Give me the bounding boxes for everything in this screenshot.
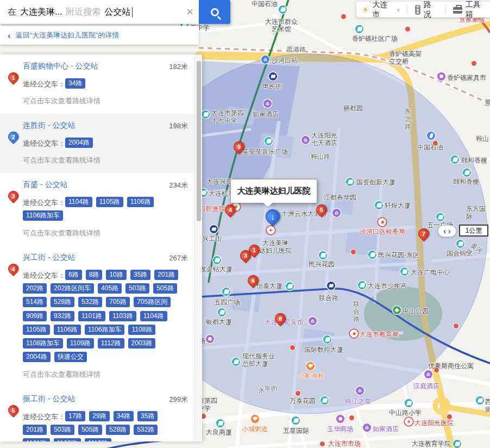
bus-route-badge[interactable]: 34路 — [65, 78, 85, 89]
map-label[interactable]: 联合路 — [319, 294, 338, 302]
bus-route-badge[interactable]: 503路 — [125, 283, 149, 294]
bus-route-badge[interactable]: 8路 — [86, 270, 103, 280]
building-icon[interactable]: ▣ — [451, 155, 459, 164]
building-icon[interactable]: ▣ — [232, 358, 240, 366]
gas-icon[interactable]: ▮ — [427, 132, 435, 140]
building-icon[interactable]: ▣ — [463, 169, 471, 177]
map-label[interactable]: 银都大厦 — [206, 318, 232, 326]
bus-route-badge[interactable]: 1106路加车 — [23, 210, 63, 221]
map-label[interactable]: 发金钻大厦 — [200, 265, 233, 273]
bus-route-badge[interactable]: 532路 — [134, 425, 158, 435]
bus-route-badge[interactable]: 1112路 — [98, 338, 124, 349]
metro-icon[interactable]: M — [210, 225, 218, 233]
map-label[interactable]: 沙河口站 — [272, 57, 298, 64]
map-label[interactable]: 大良商厦 — [206, 428, 232, 436]
shop-icon[interactable]: ■ — [336, 415, 344, 423]
map-label[interactable]: 现代服务业 总部大厦 — [242, 352, 275, 368]
star-icon[interactable]: ★ — [378, 218, 386, 226]
bus-route-badge[interactable]: 1104路 — [65, 197, 92, 207]
bus-route-badge[interactable]: 528路 — [106, 425, 130, 435]
bus-route-badge[interactable]: 705路区间 — [134, 297, 171, 307]
map-label[interactable]: 大连市少年宫 — [368, 282, 407, 290]
map-label[interactable]: 丽都园 — [343, 104, 363, 112]
map-label[interactable]: 小城粥道 — [242, 425, 268, 433]
building-icon[interactable]: ▣ — [355, 25, 363, 33]
building-icon[interactable]: ▣ — [216, 419, 224, 427]
map-label[interactable]: 汉庭酒店 — [413, 382, 439, 390]
map-label[interactable]: 如家酒店 — [253, 110, 279, 118]
building-icon[interactable]: ▣ — [375, 201, 383, 209]
bus-route-badge[interactable]: 514路 — [23, 297, 47, 307]
station-name-link[interactable]: 百盛 - 公交站 — [23, 179, 165, 190]
map-label[interactable]: 香炉礁高架 立交桥 — [389, 50, 422, 65]
school-icon[interactable]: ▣ — [453, 440, 461, 448]
train-icon[interactable]: ⌂ — [261, 55, 269, 64]
map-label[interactable]: 大连市群众 艺术馆 — [265, 18, 298, 33]
map-label[interactable]: 大连美琳 达妇儿医院 — [259, 239, 292, 254]
tree-icon[interactable]: ♣ — [393, 306, 401, 314]
map-label[interactable]: 兴工街 — [202, 235, 222, 242]
bus-route-badge[interactable]: 202路 — [23, 283, 47, 294]
building-icon[interactable]: ▣ — [358, 281, 366, 289]
building-icon[interactable]: ▣ — [346, 178, 354, 186]
bus-route-badge[interactable]: 17路 — [65, 411, 85, 421]
hotel-icon[interactable]: ⌂ — [332, 209, 341, 217]
building-icon[interactable]: ▣ — [292, 416, 300, 425]
map-label[interactable]: 大连广电中心 — [411, 269, 450, 276]
building-icon[interactable]: ▣ — [436, 213, 444, 221]
map-label[interactable]: 申长街 — [262, 83, 282, 90]
star-icon[interactable]: ★ — [350, 329, 358, 338]
station-result-item[interactable]: 1百盛购物中心 - 公交站182米途经公交车：34路可点击车次查看路线详情 — [0, 54, 194, 114]
school-icon[interactable]: ▣ — [202, 110, 210, 119]
bus-route-badge[interactable]: 1105路 — [96, 197, 123, 207]
map-label[interactable]: 万泰花园 — [290, 397, 316, 405]
map-label[interactable]: 中山路小学 — [389, 409, 422, 416]
toolbox-button[interactable]: 工具箱 — [466, 0, 488, 20]
map-label[interactable]: 恒泰大厦 — [256, 282, 282, 290]
map-label[interactable]: 五四广场 — [214, 298, 240, 306]
school-icon[interactable]: ▣ — [405, 399, 413, 407]
map-label[interactable]: 中国石油 — [417, 144, 443, 151]
shop-icon[interactable]: ■ — [437, 72, 445, 80]
map-label[interactable]: 如家酒店 — [373, 425, 399, 433]
map-label[interactable]: 中山公园 — [403, 307, 429, 315]
bus-route-badge[interactable]: 932路 — [51, 311, 74, 321]
map-label[interactable]: 大连兴工 — [206, 178, 233, 185]
map-label[interactable]: 香炉礁家具市 — [447, 74, 486, 82]
map-label[interactable]: 笑莹莹音乐广场 — [242, 148, 288, 155]
bus-route-badge[interactable]: 29路 — [89, 411, 109, 421]
station-result-item[interactable]: 2连胜街 - 公交站198米途经公交车：2004路可点击车次查看路线详情 — [0, 114, 194, 173]
bus-route-badge[interactable]: 1108路 — [128, 325, 155, 335]
bus-route-badge[interactable]: 10路 — [106, 270, 126, 280]
bus-route-badge[interactable]: 35路 — [130, 270, 150, 280]
building-icon[interactable]: ▣ — [218, 308, 226, 316]
map-label[interactable]: 大连阳光 七天酒店 — [311, 132, 337, 147]
map-label[interactable]: 江都春华园 — [324, 194, 356, 201]
bus-route-badge[interactable]: 快速公交 — [54, 352, 87, 362]
hotel-icon[interactable]: ⌂ — [424, 370, 432, 378]
map-label[interactable]: 东方国际 — [466, 205, 490, 220]
map-label[interactable]: 国资创新大厦 — [356, 178, 395, 186]
bus-route-badge[interactable]: 2004路 — [65, 138, 93, 148]
map-label[interactable]: 大连市教育局 — [360, 331, 399, 338]
bus-route-badge[interactable]: 6路 — [65, 270, 82, 280]
hotel-icon[interactable]: ⌂ — [356, 387, 364, 395]
map-label[interactable]: 沙河口区税务局 — [360, 228, 405, 235]
bus-route-badge[interactable]: 1105路 — [23, 325, 50, 335]
bus-route-badge[interactable]: 505路 — [78, 425, 102, 435]
building-icon[interactable]: ▣ — [456, 240, 464, 248]
map-label[interactable]: 五星国际 — [283, 427, 309, 434]
bus-route-badge[interactable]: 201路 — [154, 270, 178, 280]
map-label[interactable]: 大连市第四 十七中学 — [211, 109, 244, 125]
map-label[interactable]: 中国石油 — [252, 0, 278, 8]
search-input[interactable]: 在 大连美琳... 附近搜索 公交站 — [0, 0, 181, 24]
bus-route-badge[interactable]: 1106路加车 — [85, 325, 125, 335]
bus-route-badge[interactable]: 532路 — [78, 297, 102, 307]
cross-icon[interactable]: + — [267, 226, 275, 234]
station-result-item[interactable]: 3百盛 - 公交站234米途经公交车：1104路1105路1106路1106路加… — [0, 173, 194, 246]
city-selector[interactable]: 大连市 — [372, 0, 394, 20]
bus-route-badge[interactable]: 405路 — [98, 283, 122, 294]
building-icon[interactable]: ▣ — [400, 267, 409, 276]
map-label[interactable]: 景 — [485, 99, 490, 107]
building-icon[interactable]: ▣ — [368, 251, 376, 259]
